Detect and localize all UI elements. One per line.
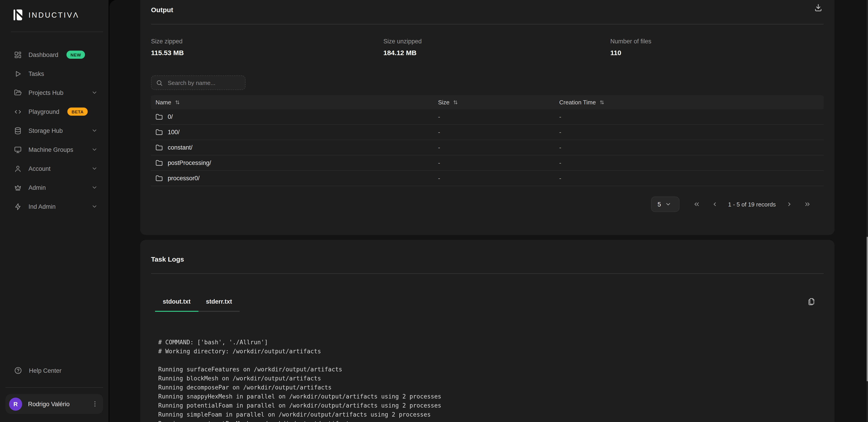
table-row[interactable]: 100/ - - bbox=[151, 125, 824, 140]
copy-logs-button[interactable] bbox=[807, 297, 816, 306]
pagination: 5 1 - 5 of 19 records bbox=[651, 197, 824, 212]
file-name: 0/ bbox=[168, 113, 173, 120]
search-input[interactable] bbox=[167, 79, 241, 87]
records-range-text: 1 - 5 of 19 records bbox=[728, 201, 776, 207]
log-tabs-row: stdout.txt stderr.txt bbox=[155, 292, 824, 312]
help-center-label: Help Center bbox=[29, 367, 61, 374]
log-tabs: stdout.txt stderr.txt bbox=[155, 292, 240, 312]
last-page-button[interactable] bbox=[804, 201, 811, 208]
sidebar-item-admin[interactable]: Admin bbox=[5, 178, 103, 197]
cell-size: - bbox=[434, 144, 555, 151]
avatar: R bbox=[9, 397, 22, 411]
sidebar-item-account[interactable]: Account bbox=[5, 160, 103, 177]
cell-creation-time: - bbox=[555, 129, 824, 135]
crown-icon bbox=[14, 184, 22, 191]
sidebar-item-tasks[interactable]: Tasks bbox=[5, 65, 103, 83]
sidebar-item-playground[interactable]: Playground BETA bbox=[5, 103, 103, 121]
column-label: Creation Time bbox=[559, 99, 596, 106]
card-header-divider bbox=[151, 24, 824, 24]
cell-creation-time: - bbox=[555, 144, 824, 151]
column-header-name[interactable]: Name bbox=[151, 99, 434, 106]
table-row[interactable]: constant/ - - bbox=[151, 140, 824, 155]
output-card: Output Size zipped 115.53 MB Size unzipp… bbox=[140, 0, 835, 235]
inductiva-logo-icon bbox=[13, 9, 23, 20]
sidebar-item-machine-groups[interactable]: Machine Groups bbox=[5, 140, 103, 159]
folder-icon bbox=[156, 175, 163, 182]
logo[interactable]: INDUCTIVΛ bbox=[13, 9, 79, 20]
log-output[interactable]: # COMMAND: ['bash', './Allrun'] # Workin… bbox=[158, 338, 821, 422]
table-row[interactable]: postProcessing/ - - bbox=[151, 155, 824, 171]
table-row[interactable]: processor0/ - - bbox=[151, 171, 824, 186]
sort-icon bbox=[453, 99, 459, 105]
cell-size: - bbox=[434, 160, 555, 166]
tab-stderr[interactable]: stderr.txt bbox=[198, 292, 240, 312]
output-stats: Size zipped 115.53 MB Size unzipped 184.… bbox=[151, 38, 824, 57]
cell-size: - bbox=[434, 113, 555, 120]
zap-icon bbox=[14, 203, 22, 210]
chevron-down-icon bbox=[91, 90, 98, 96]
beta-badge: BETA bbox=[68, 107, 88, 116]
app-screen: INDUCTIVΛ Dashboard NEW Tasks bbox=[0, 0, 868, 422]
cell-size: - bbox=[434, 129, 555, 135]
monitor-icon bbox=[14, 146, 22, 153]
chevrons-left-icon bbox=[693, 201, 700, 208]
sidebar-item-label: Playground bbox=[29, 108, 59, 115]
column-label: Size bbox=[438, 99, 450, 106]
stat-size-unzipped: Size unzipped 184.12 MB bbox=[383, 38, 610, 57]
sidebar: INDUCTIVΛ Dashboard NEW Tasks bbox=[0, 0, 108, 422]
page-size-value: 5 bbox=[657, 201, 661, 207]
code-icon bbox=[14, 108, 22, 116]
chevron-down-icon bbox=[91, 165, 98, 172]
cell-name: constant/ bbox=[151, 144, 434, 151]
chevron-right-icon bbox=[786, 201, 793, 208]
task-logs-card: Task Logs stdout.txt stderr.txt # COMMAN… bbox=[140, 240, 835, 422]
first-page-button[interactable] bbox=[693, 201, 700, 208]
folder-open-icon bbox=[14, 89, 22, 96]
table-header: Name Size Creation Time bbox=[151, 95, 824, 109]
scrollbar-thumb[interactable] bbox=[867, 237, 868, 381]
search-icon bbox=[156, 79, 163, 86]
sidebar-item-projects-hub[interactable]: Projects Hub bbox=[5, 84, 103, 102]
copy-icon bbox=[807, 297, 816, 306]
chevron-left-icon bbox=[711, 201, 718, 208]
column-header-creation-time[interactable]: Creation Time bbox=[555, 99, 824, 106]
user-menu[interactable]: R Rodrigo Valério bbox=[5, 394, 103, 414]
sort-icon bbox=[599, 99, 605, 105]
card-header-divider bbox=[151, 273, 824, 274]
next-page-button[interactable] bbox=[786, 201, 793, 208]
cell-size: - bbox=[434, 175, 555, 182]
user-icon bbox=[14, 165, 22, 172]
tab-stdout[interactable]: stdout.txt bbox=[155, 292, 198, 312]
sidebar-item-ind-admin[interactable]: Ind Admin bbox=[5, 197, 103, 216]
sidebar-item-label: Projects Hub bbox=[29, 89, 64, 96]
sort-icon bbox=[174, 99, 180, 105]
file-name: 100/ bbox=[168, 129, 180, 135]
kebab-menu-icon[interactable] bbox=[91, 400, 98, 408]
output-card-title: Output bbox=[151, 6, 173, 13]
chevron-down-icon bbox=[665, 201, 671, 207]
folder-icon bbox=[156, 129, 163, 136]
download-button[interactable] bbox=[814, 3, 823, 12]
folder-icon bbox=[156, 159, 163, 166]
table-row[interactable]: 0/ - - bbox=[151, 109, 824, 125]
scrollbar-track[interactable] bbox=[867, 0, 868, 422]
sidebar-item-dashboard[interactable]: Dashboard NEW bbox=[5, 45, 103, 64]
chevron-down-icon bbox=[91, 147, 98, 153]
download-icon bbox=[814, 3, 823, 12]
stat-label: Number of files bbox=[610, 38, 824, 45]
sidebar-item-help-center[interactable]: Help Center bbox=[5, 361, 103, 380]
new-badge: NEW bbox=[66, 51, 85, 59]
help-circle-icon bbox=[14, 366, 22, 375]
file-name: postProcessing/ bbox=[168, 160, 211, 166]
user-name: Rodrigo Valério bbox=[28, 400, 70, 407]
chevron-down-icon bbox=[91, 203, 98, 209]
task-logs-title: Task Logs bbox=[151, 255, 184, 263]
stat-size-zipped: Size zipped 115.53 MB bbox=[151, 38, 383, 57]
sidebar-item-storage-hub[interactable]: Storage Hub bbox=[5, 122, 103, 140]
sidebar-item-label: Tasks bbox=[29, 70, 44, 77]
column-header-size[interactable]: Size bbox=[434, 99, 555, 106]
cell-name: processor0/ bbox=[151, 175, 434, 182]
previous-page-button[interactable] bbox=[711, 201, 718, 208]
page-size-select[interactable]: 5 bbox=[651, 197, 679, 212]
sidebar-divider bbox=[11, 32, 103, 32]
